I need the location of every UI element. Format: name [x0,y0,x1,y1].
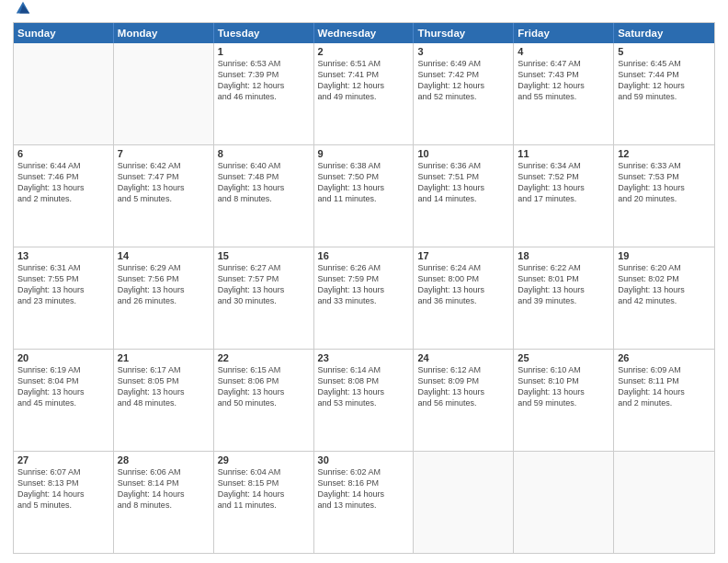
cell-line: Sunset: 8:04 PM [17,375,109,386]
cell-line: Daylight: 13 hours [318,386,410,397]
cell-line: Sunset: 8:14 PM [118,477,210,488]
calendar-header-cell: Monday [114,23,214,43]
cell-line: Sunrise: 6:49 AM [417,58,509,69]
cell-line: and 53 minutes. [318,397,410,408]
cell-line: Sunset: 7:56 PM [118,273,210,284]
calendar-cell [414,452,514,553]
cell-line: Sunrise: 6:42 AM [118,160,210,171]
cell-line: and 50 minutes. [218,397,310,408]
calendar-cell: 4Sunrise: 6:47 AMSunset: 7:43 PMDaylight… [514,43,614,144]
cell-line: Sunrise: 6:20 AM [618,262,711,273]
calendar-header-cell: Friday [514,23,614,43]
calendar-week: 20Sunrise: 6:19 AMSunset: 8:04 PMDayligh… [14,350,714,452]
calendar-cell: 22Sunrise: 6:15 AMSunset: 8:06 PMDayligh… [214,350,314,451]
cell-line: Sunrise: 6:34 AM [518,160,609,171]
calendar-cell: 19Sunrise: 6:20 AMSunset: 8:02 PMDayligh… [614,247,714,349]
cell-line: Sunrise: 6:29 AM [118,262,210,273]
cell-line: Sunrise: 6:04 AM [218,466,310,477]
cell-line: Sunrise: 6:27 AM [218,262,310,273]
cell-line: Daylight: 13 hours [218,284,310,295]
cell-line: and 5 minutes. [17,500,109,511]
calendar-cell: 15Sunrise: 6:27 AMSunset: 7:57 PMDayligh… [214,247,314,349]
day-number: 16 [318,250,410,261]
cell-line: and 45 minutes. [17,397,109,408]
cell-line: Daylight: 13 hours [518,284,609,295]
cell-line: Sunrise: 6:15 AM [218,364,310,375]
calendar-cell: 8Sunrise: 6:40 AMSunset: 7:48 PMDaylight… [214,145,314,247]
cell-line: Sunrise: 6:53 AM [218,58,310,69]
cell-line: and 52 minutes. [417,91,509,102]
calendar-header-cell: Tuesday [214,23,314,43]
calendar-cell: 30Sunrise: 6:02 AMSunset: 8:16 PMDayligh… [314,452,415,553]
calendar-cell: 2Sunrise: 6:51 AMSunset: 7:41 PMDaylight… [314,43,415,144]
day-number: 14 [118,250,210,261]
day-number: 29 [218,454,310,465]
cell-line: Sunrise: 6:31 AM [17,262,109,273]
cell-line: Sunset: 8:01 PM [518,273,609,284]
cell-line: and 36 minutes. [417,295,509,306]
day-number: 22 [218,352,310,363]
cell-line: Daylight: 12 hours [518,80,609,91]
cell-line: Sunset: 7:50 PM [318,171,410,182]
cell-line: and 2 minutes. [17,193,109,204]
cell-line: and 26 minutes. [118,295,210,306]
calendar-cell: 21Sunrise: 6:17 AMSunset: 8:05 PMDayligh… [114,350,214,451]
cell-line: Sunrise: 6:12 AM [417,364,509,375]
day-number: 10 [417,148,509,159]
cell-line: and 11 minutes. [318,193,410,204]
calendar-header: SundayMondayTuesdayWednesdayThursdayFrid… [14,23,714,43]
day-number: 21 [118,352,210,363]
cell-line: Sunrise: 6:40 AM [218,160,310,171]
logo [13,13,31,17]
cell-line: and 20 minutes. [618,193,711,204]
cell-line: Daylight: 14 hours [17,488,109,500]
cell-line: Daylight: 13 hours [17,386,109,397]
cell-line: Sunrise: 6:02 AM [318,466,410,477]
cell-line: Sunset: 7:44 PM [618,69,711,80]
day-number: 2 [318,46,410,57]
day-number: 26 [618,352,711,363]
day-number: 24 [417,352,509,363]
cell-line: and 49 minutes. [318,91,410,102]
calendar-week: 27Sunrise: 6:07 AMSunset: 8:13 PMDayligh… [14,452,714,553]
cell-line: Sunrise: 6:07 AM [17,466,109,477]
cell-line: and 23 minutes. [17,295,109,306]
calendar-header-cell: Saturday [614,23,714,43]
day-number: 20 [17,352,109,363]
calendar: SundayMondayTuesdayWednesdayThursdayFrid… [13,22,715,554]
header [13,9,715,17]
cell-line: Sunset: 8:13 PM [17,477,109,488]
cell-line: Sunset: 8:15 PM [218,477,310,488]
cell-line: and 5 minutes. [118,193,210,204]
calendar-cell: 7Sunrise: 6:42 AMSunset: 7:47 PMDaylight… [114,145,214,247]
cell-line: Sunset: 7:43 PM [518,69,609,80]
cell-line: Sunrise: 6:44 AM [17,160,109,171]
day-number: 3 [417,46,509,57]
calendar-cell: 12Sunrise: 6:33 AMSunset: 7:53 PMDayligh… [614,145,714,247]
day-number: 25 [518,352,609,363]
day-number: 15 [218,250,310,261]
calendar-week: 13Sunrise: 6:31 AMSunset: 7:55 PMDayligh… [14,247,714,350]
day-number: 30 [318,454,410,465]
calendar-cell: 5Sunrise: 6:45 AMSunset: 7:44 PMDaylight… [614,43,714,144]
calendar-body: 1Sunrise: 6:53 AMSunset: 7:39 PMDaylight… [14,43,714,553]
cell-line: Daylight: 13 hours [218,386,310,397]
calendar-cell: 11Sunrise: 6:34 AMSunset: 7:52 PMDayligh… [514,145,614,247]
cell-line: Daylight: 13 hours [618,182,711,193]
day-number: 1 [218,46,310,57]
cell-line: Daylight: 13 hours [118,182,210,193]
day-number: 27 [17,454,109,465]
day-number: 6 [17,148,109,159]
cell-line: Sunset: 7:59 PM [318,273,410,284]
calendar-header-cell: Thursday [414,23,514,43]
cell-line: Sunrise: 6:45 AM [618,58,711,69]
cell-line: Sunset: 8:00 PM [417,273,509,284]
cell-line: Sunrise: 6:06 AM [118,466,210,477]
cell-line: Daylight: 14 hours [218,488,310,500]
cell-line: Sunrise: 6:36 AM [417,160,509,171]
calendar-cell: 1Sunrise: 6:53 AMSunset: 7:39 PMDaylight… [214,43,314,144]
cell-line: and 17 minutes. [518,193,609,204]
cell-line: Sunrise: 6:47 AM [518,58,609,69]
cell-line: Daylight: 13 hours [318,284,410,295]
calendar-cell: 28Sunrise: 6:06 AMSunset: 8:14 PMDayligh… [114,452,214,553]
